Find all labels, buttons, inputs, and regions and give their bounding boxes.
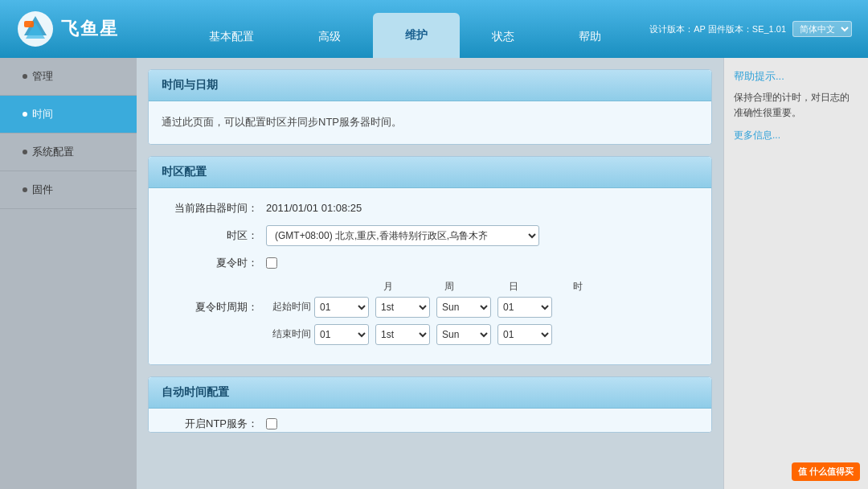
- dst-end-row: 结束时间 01 1st Sun 01: [162, 324, 698, 345]
- intro-section: 时间与日期 通过此页面，可以配置时区并同步NTP服务器时间。: [148, 69, 712, 145]
- dst-start-day-select[interactable]: Sun: [436, 297, 491, 318]
- ntp-checkbox[interactable]: [266, 418, 277, 429]
- page-title: 时间与日期: [162, 78, 218, 91]
- logo-area: 飞鱼星: [16, 10, 161, 48]
- dst-period-section: 月 周 日 时 夏令时周期： 起始时间 01 1st: [162, 280, 698, 345]
- dst-end-hour-select[interactable]: 01: [497, 324, 552, 345]
- nav-tab-help[interactable]: 帮助: [547, 16, 633, 58]
- sidebar-label-time: 时间: [32, 107, 53, 121]
- dst-start-week-select[interactable]: 1st: [375, 297, 430, 318]
- sidebar: 管理 时间 系统配置 固件: [0, 58, 137, 489]
- ntp-label: 开启NTP服务：: [162, 417, 258, 431]
- current-time-label: 当前路由器时间：: [162, 201, 258, 216]
- nav-tab-status[interactable]: 状态: [460, 16, 547, 58]
- col-header-hour: 时: [546, 280, 610, 294]
- sidebar-label-management: 管理: [32, 69, 53, 84]
- dst-start-label: 起始时间: [266, 300, 311, 314]
- right-panel: 帮助提示... 保持合理的计时，对日志的准确性很重要。 更多信息...: [723, 58, 868, 489]
- bottom-brand: 值 什么值得买: [792, 462, 860, 481]
- ntp-header: 自动时间配置: [149, 377, 711, 409]
- sidebar-item-management[interactable]: 管理: [0, 58, 137, 96]
- dst-label: 夏令时：: [162, 256, 258, 270]
- dst-end-label: 结束时间: [266, 327, 311, 341]
- sidebar-dot-fw: [23, 187, 27, 192]
- col-header-week: 周: [417, 280, 481, 294]
- ntp-title: 自动时间配置: [162, 385, 229, 398]
- timezone-section: 时区配置 当前路由器时间： 2011/01/01 01:08:25 时区： (G…: [148, 156, 712, 365]
- sidebar-item-firmware[interactable]: 固件: [0, 171, 137, 209]
- top-right: 设计版本：AP 固件版本：SE_1.01 简体中文 English: [649, 21, 852, 37]
- intro-body: 通过此页面，可以配置时区并同步NTP服务器时间。: [149, 101, 711, 144]
- dst-start-month-select[interactable]: 01: [314, 297, 369, 318]
- help-title[interactable]: 帮助提示...: [734, 69, 858, 84]
- sidebar-dot: [23, 74, 27, 79]
- sidebar-item-time[interactable]: 时间: [0, 96, 137, 134]
- page-description: 通过此页面，可以配置时区并同步NTP服务器时间。: [162, 114, 698, 131]
- nav-tab-maintenance[interactable]: 维护: [373, 13, 460, 58]
- logo-text: 飞鱼星: [61, 17, 119, 41]
- main-layout: 管理 时间 系统配置 固件 时间与日期 通过此页面，可以配置时区并同步NTP服务…: [0, 58, 868, 489]
- help-text: 保持合理的计时，对日志的准确性很重要。: [734, 90, 858, 121]
- current-time-value: 2011/01/01 01:08:25: [266, 202, 362, 214]
- nav-tab-basic[interactable]: 基本配置: [177, 16, 286, 58]
- ntp-body: 开启NTP服务：: [149, 409, 711, 433]
- dst-end-week-select[interactable]: 1st: [375, 324, 430, 345]
- sidebar-dot-sys: [23, 150, 27, 154]
- nav-tab-advanced[interactable]: 高级: [286, 16, 373, 58]
- dst-period-label: 夏令时周期：: [162, 300, 258, 314]
- nav-tabs: 基本配置 高级 维护 状态 帮助: [161, 0, 649, 58]
- intro-header: 时间与日期: [149, 70, 711, 101]
- top-bar: 飞鱼星 基本配置 高级 维护 状态 帮助 设计版本：AP 固件版本：SE_1.0…: [0, 0, 868, 58]
- sidebar-item-sysconfig[interactable]: 系统配置: [0, 134, 137, 171]
- sidebar-label-firmware: 固件: [32, 183, 53, 197]
- content-area: 时间与日期 通过此页面，可以配置时区并同步NTP服务器时间。 时区配置 当前路由…: [137, 58, 723, 489]
- version-text: 设计版本：AP 固件版本：SE_1.01: [649, 23, 786, 35]
- ntp-section: 自动时间配置 开启NTP服务：: [148, 376, 712, 433]
- more-info-link[interactable]: 更多信息...: [734, 129, 858, 142]
- dst-end-day-select[interactable]: Sun: [436, 324, 491, 345]
- timezone-select[interactable]: (GMT+08:00) 北京,重庆,香港特别行政区,乌鲁木齐: [266, 225, 539, 246]
- timezone-header: 时区配置: [149, 157, 711, 188]
- sidebar-dot-active: [23, 112, 27, 117]
- col-header-month: 月: [359, 280, 417, 294]
- ntp-row: 开启NTP服务：: [162, 417, 698, 431]
- sidebar-label-sysconfig: 系统配置: [32, 145, 74, 159]
- language-select[interactable]: 简体中文 English: [792, 21, 852, 37]
- dst-checkbox[interactable]: [266, 257, 277, 269]
- timezone-label: 时区：: [162, 228, 258, 243]
- timezone-title: 时区配置: [162, 165, 207, 178]
- dst-end-month-select[interactable]: 01: [314, 324, 369, 345]
- dst-row: 夏令时：: [162, 256, 698, 270]
- timezone-body: 当前路由器时间： 2011/01/01 01:08:25 时区： (GMT+08…: [149, 188, 711, 364]
- svg-rect-3: [24, 21, 34, 27]
- col-header-day: 日: [481, 280, 546, 294]
- logo-icon: [16, 10, 55, 48]
- current-time-row: 当前路由器时间： 2011/01/01 01:08:25: [162, 201, 698, 216]
- dst-start-hour-select[interactable]: 01: [497, 297, 552, 318]
- dst-start-row: 夏令时周期： 起始时间 01 1st Sun 01: [162, 297, 698, 318]
- timezone-row: 时区： (GMT+08:00) 北京,重庆,香港特别行政区,乌鲁木齐: [162, 225, 698, 246]
